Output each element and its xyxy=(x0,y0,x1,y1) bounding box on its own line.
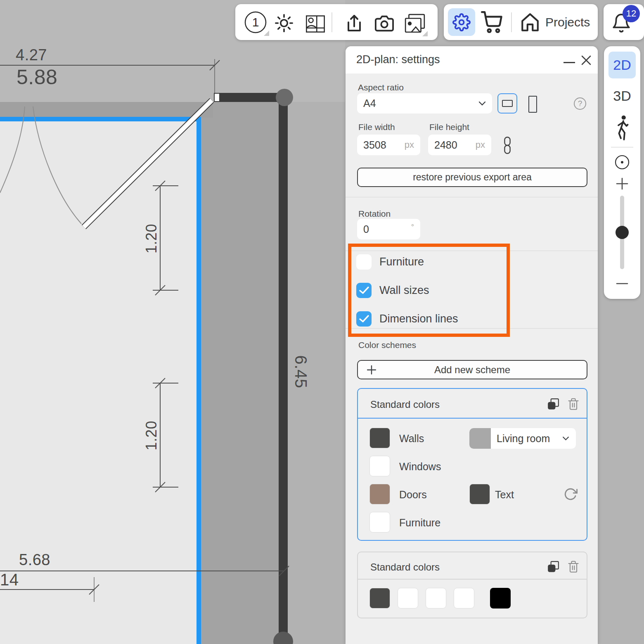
brightness-icon xyxy=(275,14,293,32)
panel-title: 2D-plan: settings xyxy=(356,53,440,66)
file-height-label: File height xyxy=(429,122,469,132)
copy-icon xyxy=(547,398,559,410)
trash-icon xyxy=(568,398,579,410)
help-icon[interactable]: ? xyxy=(574,97,586,110)
dimension-lines-checkbox[interactable] xyxy=(356,311,372,327)
duplicate-scheme-button[interactable] xyxy=(547,561,559,573)
plan-view-icon xyxy=(305,13,326,35)
windows-row-label: Windows xyxy=(399,461,441,473)
tab-3d[interactable]: 3D xyxy=(604,84,640,107)
palette-swatch-3[interactable] xyxy=(426,588,446,608)
scheme-title: Standard colors xyxy=(370,561,440,573)
palette-swatch-1[interactable] xyxy=(369,588,390,608)
dropdown-corner-icon xyxy=(422,31,428,36)
aspect-ratio-select[interactable]: A4 xyxy=(357,93,492,114)
windows-color-swatch[interactable] xyxy=(369,456,390,476)
furniture-color-swatch[interactable] xyxy=(369,512,390,533)
panel-header: 2D-plan: settings xyxy=(346,46,598,73)
chain-link-icon xyxy=(502,136,513,154)
floor-selector-button[interactable]: 1 xyxy=(244,10,268,34)
file-width-input[interactable]: 3508 px xyxy=(357,135,420,155)
color-scheme-card[interactable]: Standard colors xyxy=(357,552,587,618)
cart-button[interactable] xyxy=(481,11,503,33)
dimension-label-door-upper: 1.20 xyxy=(143,223,160,254)
zoom-out-button[interactable] xyxy=(604,277,640,290)
selection-rect-right-edge xyxy=(197,117,201,644)
close-icon[interactable] xyxy=(580,54,592,66)
reset-colors-button[interactable] xyxy=(564,487,578,501)
doors-row-label: Doors xyxy=(399,489,427,501)
color-scheme-card-selected[interactable]: Standard colors Walls Living room Window… xyxy=(357,388,587,541)
section-divider xyxy=(346,328,598,329)
dimension-label-wall-top: 5.88 xyxy=(17,65,57,89)
dropdown-corner-icon xyxy=(264,31,269,36)
home-icon xyxy=(520,12,540,33)
cart-icon xyxy=(481,11,503,33)
aspect-ratio-label: Aspect ratio xyxy=(358,83,404,92)
dimension-label-top-width: 4.27 xyxy=(16,46,47,64)
duplicate-scheme-button[interactable] xyxy=(547,398,559,410)
furniture-checkbox-label: Furniture xyxy=(379,256,424,268)
tab-2d[interactable]: 2D xyxy=(608,52,636,78)
link-dimensions-button[interactable] xyxy=(502,136,513,154)
add-scheme-button[interactable]: Add new scheme xyxy=(357,360,587,379)
minimize-icon[interactable] xyxy=(564,62,575,63)
plus-icon xyxy=(616,178,628,190)
projects-home-button[interactable] xyxy=(520,12,540,33)
screenshot-button[interactable] xyxy=(374,14,395,33)
settings-panel: 2D-plan: settings Aspect ratio A4 ? File… xyxy=(346,46,598,644)
card-divider xyxy=(358,579,587,580)
landscape-icon xyxy=(502,100,513,107)
restore-export-area-button[interactable]: restore previous export area xyxy=(357,168,587,187)
projects-label[interactable]: Projects xyxy=(545,15,590,29)
orientation-portrait-button[interactable] xyxy=(523,95,542,113)
rotation-input[interactable]: 0 ° xyxy=(357,219,420,239)
rotation-unit: ° xyxy=(411,223,414,232)
file-width-unit: px xyxy=(405,140,414,150)
zoom-in-button[interactable] xyxy=(604,178,640,190)
doors-color-swatch[interactable] xyxy=(369,484,390,504)
section-divider xyxy=(346,251,598,251)
dimension-lines-checkbox-label: Dimension lines xyxy=(379,313,458,325)
toolbar-divider xyxy=(331,12,332,32)
wall-right xyxy=(279,97,288,644)
center-view-button[interactable] xyxy=(604,154,640,170)
walkthrough-button[interactable] xyxy=(604,115,640,142)
furniture-checkbox[interactable] xyxy=(356,254,372,270)
room-color-swatch xyxy=(469,428,491,449)
orientation-landscape-button[interactable] xyxy=(497,93,517,114)
zoom-slider-knob[interactable] xyxy=(616,226,629,239)
copy-icon xyxy=(547,561,559,573)
controls-divider xyxy=(611,147,633,147)
door-hinge xyxy=(214,93,220,102)
gallery-button[interactable] xyxy=(404,13,426,35)
brightness-button[interactable] xyxy=(275,14,293,32)
room-select[interactable]: Living room xyxy=(469,428,576,449)
settings-button[interactable] xyxy=(448,8,475,36)
dimension-label-bottom-width: 5.68 xyxy=(19,551,50,569)
file-width-value: 3508 xyxy=(363,139,405,151)
delete-scheme-button[interactable] xyxy=(568,398,579,410)
walls-row-label: Walls xyxy=(399,433,424,445)
trash-icon xyxy=(568,561,579,573)
text-row-label: Text xyxy=(495,489,514,501)
view-controls: 2D 3D xyxy=(604,46,640,299)
export-button[interactable] xyxy=(344,13,364,33)
notifications-card[interactable]: 12 xyxy=(604,4,644,40)
toolbar-app-card: Projects xyxy=(444,4,598,40)
chevron-down-icon xyxy=(562,436,569,440)
scheme-title: Standard colors xyxy=(370,399,440,410)
plan-view-button[interactable] xyxy=(305,13,326,35)
palette-swatch-2[interactable] xyxy=(398,588,418,608)
delete-scheme-button[interactable] xyxy=(568,561,579,573)
palette-swatch-5[interactable] xyxy=(490,588,511,608)
file-height-value: 2480 xyxy=(434,139,476,151)
walls-color-swatch[interactable] xyxy=(369,428,390,448)
palette-swatch-4[interactable] xyxy=(454,588,474,608)
wall-sizes-checkbox[interactable] xyxy=(356,283,372,298)
file-height-unit: px xyxy=(476,140,485,150)
room-select-value: Living room xyxy=(497,433,562,445)
file-height-input[interactable]: 2480 px xyxy=(428,135,491,155)
floorplan-canvas[interactable]: 4.27 5.88 1.20 1.20 6.45 5.68 14 xyxy=(0,0,345,644)
text-color-swatch[interactable] xyxy=(469,484,490,504)
